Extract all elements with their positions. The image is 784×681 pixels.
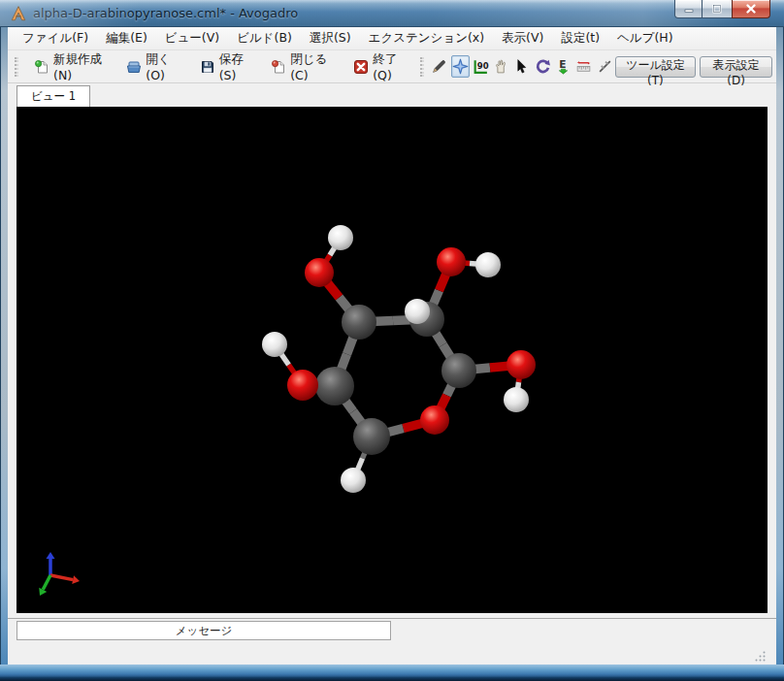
- atom-H-H_l[interactable]: [262, 332, 287, 357]
- menu-select[interactable]: 選択(S): [301, 27, 360, 49]
- tool-settings-button[interactable]: ツール設定(T): [615, 56, 697, 78]
- atom-H-H_b[interactable]: [341, 468, 366, 493]
- tool-align-button[interactable]: [595, 55, 613, 78]
- close-file-icon: [271, 59, 286, 75]
- new-file-button[interactable]: 新規作成(N): [26, 48, 113, 86]
- view-tab-bar: ビュー 1: [16, 83, 768, 107]
- atom-C-C_b[interactable]: [353, 418, 390, 455]
- new-file-icon: [34, 59, 49, 75]
- ruler-icon: [575, 58, 592, 75]
- tool-navigate-button[interactable]: [451, 55, 470, 78]
- messages-dock-tab[interactable]: メッセージ: [16, 621, 391, 640]
- open-file-label: 開く(O): [146, 51, 178, 82]
- title-bar[interactable]: alpha-D-arabinopyranose.cml* - Avogadro: [0, 0, 784, 27]
- atom-O-O_r[interactable]: [506, 350, 536, 379]
- dock-separator: [8, 618, 776, 619]
- minimize-button[interactable]: [674, 0, 702, 18]
- avogadro-app-icon[interactable]: [10, 5, 27, 22]
- open-file-icon: [126, 59, 142, 75]
- toolbar-handle[interactable]: [15, 57, 18, 77]
- resize-grip[interactable]: [754, 650, 767, 663]
- window-controls: [674, 0, 770, 18]
- atom-O-O_l[interactable]: [287, 370, 318, 401]
- quit-icon: [353, 59, 369, 75]
- menu-build[interactable]: ビルド(B): [228, 27, 301, 49]
- save-button[interactable]: 保存(S): [192, 48, 258, 86]
- toolbar-handle[interactable]: [420, 57, 424, 77]
- close-icon: [744, 2, 758, 16]
- workspace: ビュー 1: [8, 83, 776, 665]
- svg-text:90: 90: [477, 61, 489, 71]
- atom-H-H_r[interactable]: [504, 387, 529, 412]
- display-settings-button[interactable]: 表示設定(D): [700, 56, 772, 78]
- menu-help[interactable]: ヘルプ(H): [608, 27, 682, 49]
- align-axis-icon: [597, 58, 613, 75]
- menu-display[interactable]: 表示(V): [493, 27, 552, 49]
- tool-draw-button[interactable]: [430, 55, 448, 78]
- menu-settings[interactable]: 設定(t): [552, 27, 608, 49]
- tab-view-1[interactable]: ビュー 1: [16, 85, 90, 107]
- tool-bond-centric-button[interactable]: 90: [472, 55, 490, 78]
- hand-icon: [493, 58, 509, 75]
- cursor-arrow-icon: [513, 58, 530, 75]
- atom-C-C_l[interactable]: [315, 367, 354, 405]
- window-border-bottom: [0, 665, 784, 681]
- status-bar: [16, 640, 768, 665]
- tool-auto-rotate-button[interactable]: [534, 55, 552, 78]
- quit-button[interactable]: 終了(Q): [345, 48, 412, 86]
- open-file-button[interactable]: 開く(O): [118, 48, 185, 86]
- new-file-label: 新規作成(N): [53, 51, 105, 82]
- close-file-button[interactable]: 閉じる(C): [263, 48, 340, 86]
- atom-O-O_tr[interactable]: [437, 247, 466, 276]
- window-border-right: [776, 27, 784, 665]
- save-label: 保存(S): [219, 51, 250, 82]
- atom-O-O_ring[interactable]: [420, 405, 449, 435]
- client-area: ファイル(F) 編集(E) ビュー(V) ビルド(B) 選択(S) エクステンシ…: [8, 27, 776, 665]
- tool-measure-button[interactable]: [574, 55, 593, 78]
- atom-C-C_tl[interactable]: [342, 305, 376, 340]
- tool-auto-optimize-button[interactable]: E: [554, 55, 572, 78]
- dock-bar: メッセージ: [16, 621, 768, 640]
- pencil-icon: [431, 58, 447, 75]
- close-file-label: 閉じる(C): [290, 51, 332, 82]
- compass-star-icon: [452, 58, 469, 75]
- menu-edit[interactable]: 編集(E): [97, 27, 156, 49]
- atom-H-H_top[interactable]: [328, 225, 353, 250]
- atom-H-H_tr[interactable]: [475, 252, 501, 277]
- tool-select-button[interactable]: [512, 55, 531, 78]
- maximize-icon: [710, 2, 724, 16]
- atom-H-H_front[interactable]: [405, 299, 430, 324]
- rotate-arrow-icon: [535, 58, 551, 75]
- molecule-viewport[interactable]: [16, 107, 768, 613]
- angle-90-icon: 90: [473, 58, 489, 75]
- svg-text:E: E: [559, 58, 566, 71]
- atom-O-O_tl[interactable]: [305, 258, 334, 287]
- menu-extensions[interactable]: エクステンション(x): [360, 27, 494, 49]
- quit-label: 終了(Q): [373, 51, 405, 82]
- save-icon: [200, 59, 215, 75]
- atom-C-C_r[interactable]: [441, 353, 476, 388]
- menu-file[interactable]: ファイル(F): [14, 27, 97, 49]
- tool-manipulate-button[interactable]: [492, 55, 510, 78]
- molecule-render: [16, 107, 768, 613]
- close-button[interactable]: [732, 0, 770, 18]
- maximize-button[interactable]: [702, 0, 732, 18]
- app-window: alpha-D-arabinopyranose.cml* - Avogadro …: [0, 0, 784, 681]
- toolbar: 新規作成(N) 開く(O) 保存(S): [8, 50, 776, 83]
- energy-down-icon: E: [555, 58, 572, 75]
- menu-view[interactable]: ビュー(V): [156, 27, 228, 49]
- window-border-left: [0, 27, 8, 665]
- window-title: alpha-D-arabinopyranose.cml* - Avogadro: [33, 6, 298, 20]
- axes-indicator: [39, 552, 80, 596]
- minimize-icon: [682, 2, 696, 16]
